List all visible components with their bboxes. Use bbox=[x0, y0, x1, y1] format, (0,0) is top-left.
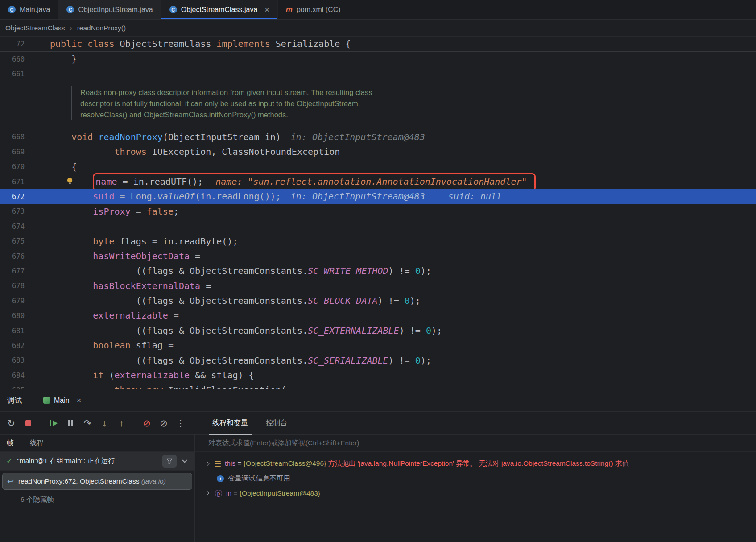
code-line-672: 672 suid = Long.valueOf(in.readLong());i… bbox=[0, 189, 756, 204]
line-number[interactable]: 682 bbox=[0, 342, 50, 350]
code-text[interactable]: ((flags & ObjectStreamConstants.SC_WRITE… bbox=[50, 264, 431, 278]
pause-button[interactable] bbox=[63, 416, 78, 431]
code-text[interactable]: externalizable = bbox=[50, 308, 179, 323]
line-number[interactable]: 676 bbox=[0, 252, 50, 261]
line-number[interactable]: 661 bbox=[0, 70, 50, 78]
maven-icon: m bbox=[286, 5, 293, 14]
stack-frame-item[interactable]: ↩ readNonProxy:672, ObjectStreamClass (j… bbox=[2, 473, 192, 490]
line-number[interactable]: 670 bbox=[0, 163, 50, 171]
code-text[interactable]: name = in.readUTF();name: "sun.reflect.a… bbox=[50, 174, 536, 189]
line-number[interactable]: 681 bbox=[0, 327, 50, 335]
inline-debug-hint: in: ObjectInputStream@483 bbox=[291, 191, 425, 202]
line-number[interactable]: 678 bbox=[0, 282, 50, 290]
tab-threads[interactable]: 线程 bbox=[30, 439, 44, 448]
chevron-down-icon[interactable] bbox=[182, 458, 187, 463]
editor-tab-objectinputstream-java[interactable]: CObjectInputStream.java bbox=[58, 0, 161, 19]
variables-panel: 对表达式求值(Enter)或添加监视(Ctrl+Shift+Enter) thi… bbox=[195, 435, 756, 542]
intention-bulb-icon[interactable] bbox=[66, 177, 74, 186]
breadcrumb-item[interactable]: readNonProxy() bbox=[77, 24, 126, 32]
code-text[interactable]: { bbox=[50, 160, 77, 174]
line-number[interactable]: 72 bbox=[0, 40, 50, 48]
evaluate-expression-input[interactable]: 对表达式求值(Enter)或添加监视(Ctrl+Shift+Enter) bbox=[195, 435, 756, 452]
breadcrumb-item[interactable]: ObjectStreamClass bbox=[5, 24, 65, 32]
more-icon: ⋮ bbox=[176, 418, 186, 429]
frames-panel-tabs: 帧 线程 bbox=[0, 435, 194, 452]
line-number[interactable]: 673 bbox=[0, 207, 50, 215]
code-text[interactable]: boolean sflag = bbox=[50, 338, 174, 353]
more-options-button[interactable]: ⋮ bbox=[173, 416, 188, 431]
line-number[interactable]: 669 bbox=[0, 148, 50, 156]
line-number[interactable]: 660 bbox=[0, 55, 50, 63]
code-text[interactable]: void readNonProxy(ObjectInputStream in)i… bbox=[50, 130, 425, 145]
variable-row[interactable]: this = {ObjectStreamClass@496} 方法抛出 'jav… bbox=[195, 456, 756, 471]
editor-tab-objectstreamclass-java[interactable]: CObjectStreamClass.java× bbox=[161, 0, 278, 19]
step-out-button[interactable]: ↑ bbox=[114, 416, 129, 431]
tab-threads-and-variables[interactable]: 线程和变量 bbox=[203, 412, 257, 435]
code-line-680: 680 externalizable = bbox=[0, 308, 756, 323]
annotation-highlight-box: name = in.readUTF();name: "sun.reflect.a… bbox=[93, 173, 535, 191]
code-text[interactable]: ((flags & ObjectStreamConstants.SC_BLOCK… bbox=[50, 294, 421, 308]
line-number[interactable]: 668 bbox=[0, 133, 50, 141]
java-class-icon: C bbox=[8, 6, 16, 13]
tab-console[interactable]: 控制台 bbox=[257, 412, 296, 435]
rerun-debug-button[interactable]: ↻ bbox=[4, 416, 19, 431]
step-into-button[interactable]: ↓ bbox=[97, 416, 112, 431]
editor-tab-main-java[interactable]: CMain.java bbox=[0, 0, 58, 19]
debug-session-tab[interactable]: Main × bbox=[43, 397, 81, 405]
code-text[interactable]: if (externalizable && sflag) { bbox=[50, 368, 254, 383]
tab-label: pom.xml (CC) bbox=[297, 6, 341, 14]
chevron-right-icon[interactable] bbox=[205, 491, 210, 496]
code-editor[interactable]: 660 }661Reads non-proxy class descriptor… bbox=[0, 52, 756, 389]
close-icon[interactable]: × bbox=[264, 6, 269, 14]
tab-label: Main.java bbox=[20, 6, 50, 14]
code-text[interactable]: throws IOException, ClassNotFoundExcepti… bbox=[50, 145, 340, 159]
line-number[interactable]: 677 bbox=[0, 267, 50, 275]
code-line-685: 685 throw new InvalidClassException( bbox=[0, 383, 756, 389]
line-number[interactable]: 672 bbox=[0, 193, 50, 201]
variable-row[interactable]: i变量调试信息不可用 bbox=[195, 471, 756, 486]
variable-row[interactable]: pin = {ObjectInputStream@483} bbox=[195, 486, 756, 501]
line-number[interactable]: 679 bbox=[0, 297, 50, 305]
code-text[interactable]: byte flags = in.readByte(); bbox=[50, 234, 238, 249]
ide-window: CMain.javaCObjectInputStream.javaCObject… bbox=[0, 0, 756, 542]
code-line-681: 681 ((flags & ObjectStreamConstants.SC_E… bbox=[0, 323, 756, 338]
editor-tab-bar: CMain.javaCObjectInputStream.javaCObject… bbox=[0, 0, 756, 20]
line-number[interactable]: 674 bbox=[0, 223, 50, 231]
tab-label: ObjectInputStream.java bbox=[78, 6, 153, 14]
inline-debug-hint: in: ObjectInputStream@483 bbox=[291, 132, 425, 142]
stop-icon bbox=[25, 420, 31, 426]
line-number[interactable]: 683 bbox=[0, 356, 50, 364]
code-text[interactable]: ((flags & ObjectStreamConstants.SC_EXTER… bbox=[50, 323, 442, 338]
editor-tab-pom-xml[interactable]: mpom.xml (CC) bbox=[278, 0, 349, 19]
code-text[interactable]: } bbox=[50, 52, 77, 66]
code-text[interactable]: isProxy = false; bbox=[50, 204, 179, 219]
code-text[interactable]: throw new InvalidClassException( bbox=[50, 383, 286, 389]
frame-package-label: (java.io) bbox=[139, 477, 165, 485]
line-number[interactable]: 675 bbox=[0, 237, 50, 245]
code-text[interactable]: ((flags & ObjectStreamConstants.SC_SERIA… bbox=[50, 353, 431, 368]
line-number[interactable]: 680 bbox=[0, 312, 50, 320]
step-over-button[interactable]: ↷ bbox=[80, 416, 95, 431]
chevron-right-icon[interactable] bbox=[205, 462, 210, 466]
close-icon[interactable]: × bbox=[77, 397, 82, 405]
code-line-671: 671 name = in.readUTF();name: "sun.refle… bbox=[0, 174, 756, 189]
code-text[interactable]: hasWriteObjectData = bbox=[50, 249, 200, 264]
hidden-frames-label[interactable]: 6 个隐藏帧 bbox=[21, 495, 194, 505]
mute-breakpoints-button[interactable]: ⊘ bbox=[156, 416, 171, 431]
tab-frames[interactable]: 帧 bbox=[7, 439, 14, 448]
code-text[interactable]: public class ObjectStreamClass implement… bbox=[50, 37, 351, 51]
stop-button[interactable] bbox=[21, 416, 36, 431]
code-text[interactable]: hasBlockExternalData = bbox=[50, 279, 211, 294]
line-number[interactable]: 671 bbox=[0, 178, 50, 186]
code-text[interactable]: suid = Long.valueOf(in.readLong());in: O… bbox=[50, 189, 502, 204]
code-line-682: 682 boolean sflag = bbox=[0, 338, 756, 353]
breadcrumb-separator-icon: › bbox=[70, 24, 72, 32]
resume-button[interactable] bbox=[46, 416, 61, 431]
parameter-icon: p bbox=[215, 490, 222, 497]
rendered-doc-comment: Reads non-proxy class descriptor informa… bbox=[0, 82, 756, 130]
view-breakpoints-button[interactable]: ⊘ bbox=[139, 416, 154, 431]
line-number[interactable]: 684 bbox=[0, 372, 50, 380]
thread-selector[interactable]: ✓ "main"@1 在组"main": 正在运行 bbox=[0, 452, 194, 471]
frames-panel: 帧 线程 ✓ "main"@1 在组"main": 正在运行 ↩ readNon bbox=[0, 435, 195, 542]
filter-frames-button[interactable] bbox=[162, 455, 177, 468]
